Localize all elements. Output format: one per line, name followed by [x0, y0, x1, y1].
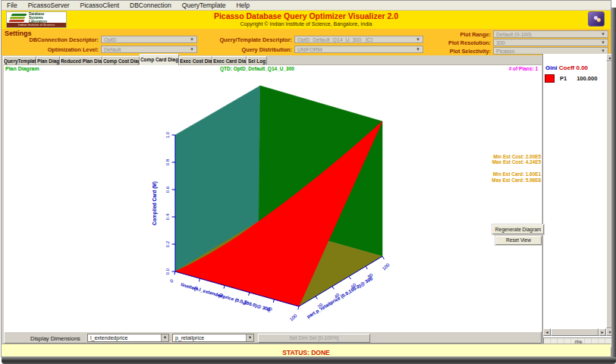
svg-text:0.8: 0.8 — [165, 158, 170, 165]
tab-comp-card-diag[interactable]: Comp Card Diag — [140, 54, 179, 65]
dimension-2-combo[interactable]: p_retailprice ▼ — [172, 334, 254, 342]
display-dimensions-bar: Display Dimensions l_extendedprice ▼ p_r… — [4, 331, 542, 344]
dimension-1-combo[interactable]: l_extendedprice ▼ — [87, 334, 169, 342]
set-dim-sel-button[interactable]: Set Dim Sel [0-100%] — [258, 334, 370, 343]
max-est-cost: Max Est Cost: 4.24E5 — [492, 159, 541, 165]
chevron-down-icon[interactable]: ▼ — [161, 334, 168, 341]
status-text: STATUS: DONE — [282, 349, 330, 356]
plot-title: Plan Diagram — [5, 66, 39, 71]
regenerate-diagram-button[interactable]: Regenerate Diagram — [492, 224, 544, 234]
svg-text:0.6: 0.6 — [165, 186, 170, 193]
reset-view-button[interactable]: Reset View — [495, 236, 542, 245]
app-window: File PicassoServer PicassoClient DBConne… — [1, 0, 611, 357]
status-bar: STATUS: DONE — [2, 344, 611, 356]
z-axis — [172, 135, 176, 271]
svg-text:0.0: 0.0 — [165, 268, 170, 275]
svg-text:0.2: 0.2 — [165, 240, 170, 247]
chevron-down-icon[interactable]: ▼ — [246, 334, 253, 341]
display-dimensions-label: Display Dimensions — [30, 335, 80, 342]
min-est-card: Min Est Card: 1.60E1 — [492, 171, 541, 177]
svg-text:100: 100 — [381, 262, 391, 271]
svg-text:100: 100 — [288, 312, 298, 322]
z-axis-ticks: 0.0 0.2 0.4 0.6 0.8 1.0 — [165, 131, 170, 275]
svg-text:0.4: 0.4 — [165, 213, 170, 220]
plot-num-plans: # of Plans: 1 — [509, 66, 538, 71]
plot-qtd-label: QTD: OptD_Default_Q14_U_300 — [220, 66, 294, 71]
window-shadow — [2, 357, 616, 364]
svg-text:1.0: 1.0 — [165, 131, 170, 138]
svg-text:0: 0 — [168, 278, 174, 284]
z-axis-label: Compiled Card (M) — [152, 181, 158, 225]
max-est-card: Max Est Card: 5.98E8 — [492, 177, 541, 183]
min-est-cost: Min Est Cost: 2.00E5 — [492, 154, 541, 159]
estimate-annotations: Min Est Cost: 2.00E5 Max Est Cost: 4.24E… — [492, 154, 541, 183]
